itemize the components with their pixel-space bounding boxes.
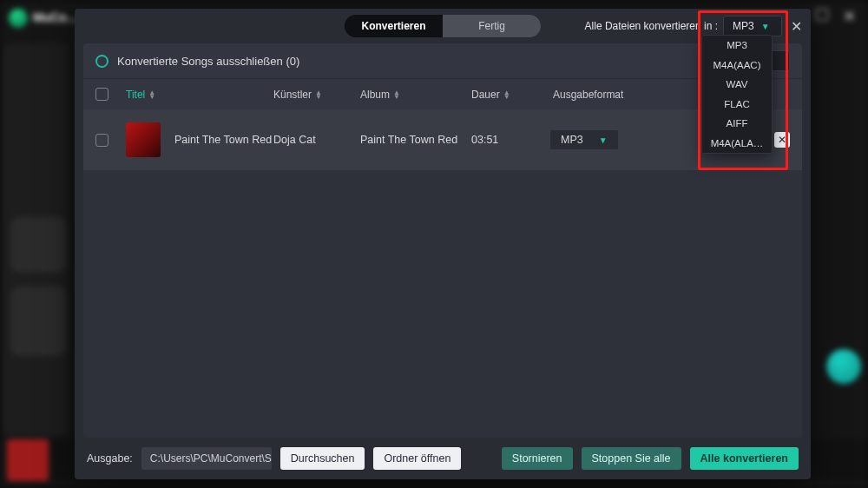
col-duration[interactable]: Dauer <box>471 89 553 101</box>
col-artist[interactable]: Künstler <box>273 89 360 101</box>
cell-output: MP3 ▼ <box>549 129 654 150</box>
global-format-dropdown[interactable]: MP3 ▼ <box>723 16 782 36</box>
window-maximize-icon[interactable] <box>816 9 828 21</box>
format-option[interactable]: FLAC <box>702 95 772 115</box>
format-option[interactable]: WAV <box>702 75 772 95</box>
table-row: Paint The Town Red Doja Cat Paint The To… <box>83 109 802 170</box>
stop-all-button[interactable]: Stoppen Sie alle <box>582 447 681 470</box>
chevron-down-icon: ▼ <box>599 135 608 145</box>
convert-all-setting: Alle Dateien konvertieren in : MP3 ▼ <box>585 16 782 36</box>
convert-all-label: Alle Dateien konvertieren in : <box>585 20 718 32</box>
global-format-value: MP3 <box>733 20 754 32</box>
convert-modal: Konvertieren Fertig Alle Dateien konvert… <box>75 9 811 479</box>
cancel-button[interactable]: Stornieren <box>502 447 573 470</box>
format-dropdown-menu: MP3 M4A(AAC) WAV FLAC AIFF M4A(ALA… <box>701 35 773 154</box>
format-option[interactable]: M4A(AAC) <box>702 56 772 76</box>
filter-bar: Konvertierte Songs ausschließen (0) <box>83 43 802 78</box>
cell-artist: Doja Cat <box>273 134 360 146</box>
mode-tabs: Konvertieren Fertig <box>345 15 541 37</box>
output-path[interactable]: C:\Users\PC\MuConvert\Sp… <box>141 447 272 470</box>
row-format-value: MP3 <box>561 134 583 146</box>
cell-duration: 03:51 <box>471 134 549 146</box>
col-title[interactable]: Titel <box>126 89 273 101</box>
exclude-label[interactable]: Konvertierte Songs ausschließen (0) <box>117 55 299 68</box>
album-art <box>126 122 161 157</box>
select-all-checkbox[interactable] <box>95 88 108 101</box>
chevron-down-icon: ▼ <box>761 22 770 31</box>
exclude-toggle-icon[interactable] <box>95 55 108 68</box>
cell-title: Paint The Town Red <box>174 134 273 146</box>
open-folder-button[interactable]: Ordner öffnen <box>373 447 461 470</box>
modal-footer: Ausgabe: C:\Users\PC\MuConvert\Sp… Durch… <box>75 438 811 479</box>
row-checkbox[interactable] <box>95 134 108 147</box>
cell-album: Paint The Town Red <box>360 134 471 146</box>
row-delete-button[interactable]: ✕ <box>774 132 790 148</box>
row-format-dropdown[interactable]: MP3 ▼ <box>549 129 619 150</box>
window-close-icon[interactable]: ✕ <box>843 7 856 26</box>
convert-all-button[interactable]: Alle konvertieren <box>690 447 799 470</box>
browse-button[interactable]: Durchsuchen <box>280 447 365 470</box>
format-option[interactable]: MP3 <box>702 36 772 56</box>
app-title: MuCo… <box>33 10 79 24</box>
tab-done[interactable]: Fertig <box>443 15 541 37</box>
tab-convert[interactable]: Konvertieren <box>345 15 443 37</box>
output-label: Ausgabe: <box>87 452 133 465</box>
table-header: Titel Künstler Album Dauer Ausgabeformat <box>83 78 802 109</box>
modal-close-button[interactable]: ✕ <box>791 18 802 35</box>
format-option[interactable]: AIFF <box>702 114 772 134</box>
app-logo-icon <box>9 9 28 28</box>
modal-header: Konvertieren Fertig Alle Dateien konvert… <box>75 9 811 43</box>
col-album[interactable]: Album <box>360 89 471 101</box>
table-body: Paint The Town Red Doja Cat Paint The To… <box>83 109 802 438</box>
col-output: Ausgabeformat <box>553 89 692 101</box>
support-bubble-icon[interactable] <box>826 349 861 384</box>
format-option[interactable]: M4A(ALA… <box>702 134 772 154</box>
